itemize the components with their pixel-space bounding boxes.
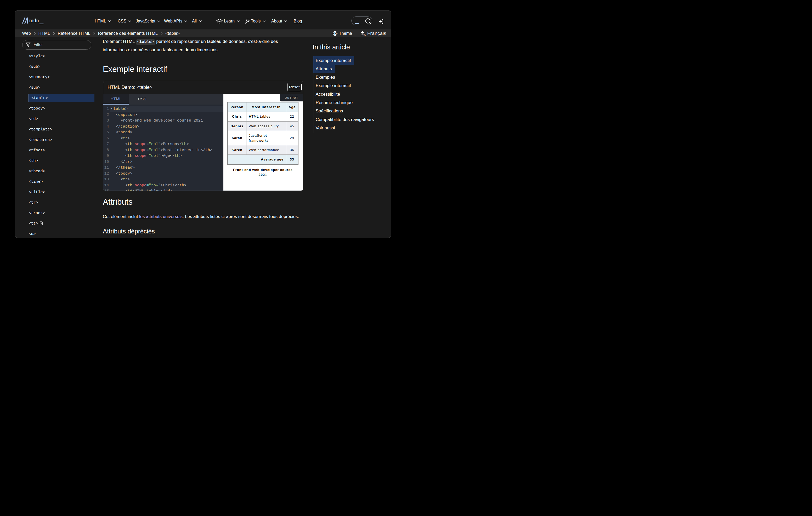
svg-text:mdn: mdn: [29, 18, 39, 24]
svg-text:A: A: [364, 33, 366, 36]
svg-text:D: D: [334, 32, 337, 35]
